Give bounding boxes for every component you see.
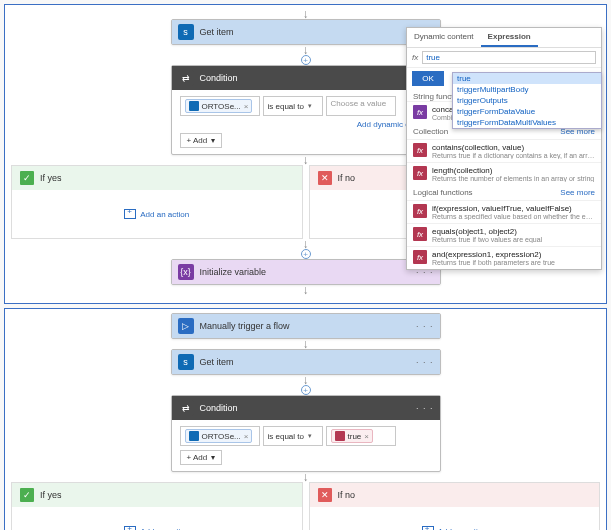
function-item[interactable]: fx and(expression1, expression2)Returns … xyxy=(407,246,601,269)
arrow-down-icon: ↓ xyxy=(303,339,309,349)
suggestion-item[interactable]: true xyxy=(453,73,601,84)
if-yes-branch: ✓ If yes Add an action xyxy=(11,482,303,530)
cross-icon: ✕ xyxy=(318,488,332,502)
card-title: Initialize variable xyxy=(200,267,410,277)
condition-left-operand[interactable]: ORTOSe...× xyxy=(180,96,260,116)
chevron-down-icon: ▾ xyxy=(211,453,215,462)
add-action-button[interactable]: Add an action xyxy=(422,526,487,530)
remove-pill-icon[interactable]: × xyxy=(244,432,249,441)
insert-step-button[interactable]: + xyxy=(301,249,311,259)
flow-editor-top: ↓ s Get item · · · ↓ + ⇄ Condition · · ·… xyxy=(4,4,607,304)
cross-icon: ✕ xyxy=(318,171,332,185)
insert-step-button[interactable]: + xyxy=(301,55,311,65)
get-item-card[interactable]: s Get item · · · xyxy=(171,19,441,45)
if-yes-header[interactable]: ✓ If yes xyxy=(12,166,302,190)
condition-icon: ⇄ xyxy=(178,70,194,86)
condition-left-operand[interactable]: ORTOSe...× xyxy=(180,426,260,446)
expression-popout: Dynamic content Expression fx true OK tr… xyxy=(406,27,602,270)
condition-branches: ✓ If yes Add an action ✕ If no Add an ac… xyxy=(5,482,606,530)
condition-icon: ⇄ xyxy=(178,400,194,416)
condition-value-input[interactable]: true× xyxy=(326,426,396,446)
add-action-icon xyxy=(422,526,434,530)
check-icon: ✓ xyxy=(20,171,34,185)
suggestion-item[interactable]: triggerOutputs xyxy=(453,95,601,106)
get-item-card[interactable]: s Get item · · · xyxy=(171,349,441,375)
sharepoint-pill-icon xyxy=(189,101,199,111)
if-yes-branch: ✓ If yes Add an action xyxy=(11,165,303,239)
card-title: Manually trigger a flow xyxy=(200,321,410,331)
chevron-down-icon: ▾ xyxy=(211,136,215,145)
arrow-down-icon: ↓ xyxy=(303,285,309,295)
add-action-button[interactable]: Add an action xyxy=(124,526,189,530)
variable-icon: {x} xyxy=(178,264,194,280)
chevron-down-icon: ▾ xyxy=(308,432,312,440)
fx-icon: fx xyxy=(413,166,427,180)
card-title: Condition xyxy=(200,403,410,413)
fx-label: fx xyxy=(412,53,418,62)
more-menu-icon[interactable]: · · · xyxy=(416,403,434,413)
add-action-button[interactable]: Add an action xyxy=(124,209,189,219)
arrow-down-icon: ↓ xyxy=(303,239,309,249)
see-more-link[interactable]: See more xyxy=(560,188,595,197)
suggestion-item[interactable]: triggerFormDataMultiValues xyxy=(453,117,601,128)
suggestion-item[interactable]: triggerMultipartBody xyxy=(453,84,601,95)
condition-operator-select[interactable]: is equal to▾ xyxy=(263,426,323,446)
arrow-down-icon: ↓ xyxy=(303,375,309,385)
fx-icon: fx xyxy=(413,227,427,241)
sharepoint-icon: s xyxy=(178,24,194,40)
card-title: Condition xyxy=(200,73,410,83)
more-menu-icon[interactable]: · · · xyxy=(416,321,434,331)
flow-trigger-icon: ▷ xyxy=(178,318,194,334)
add-row-button[interactable]: + Add▾ xyxy=(180,133,223,148)
sharepoint-icon: s xyxy=(178,354,194,370)
fx-icon: fx xyxy=(413,204,427,218)
autocomplete-list: true triggerMultipartBody triggerOutputs… xyxy=(452,72,602,129)
ok-button[interactable]: OK xyxy=(412,71,444,86)
function-item[interactable]: fx equals(object1, object2)Returns true … xyxy=(407,223,601,246)
if-no-branch: ✕ If no Add an action xyxy=(309,482,601,530)
function-item[interactable]: fx if(expression, valueIfTrue, valueIfFa… xyxy=(407,200,601,223)
manual-trigger-card[interactable]: ▷ Manually trigger a flow · · · xyxy=(171,313,441,339)
initialize-variable-card[interactable]: {x} Initialize variable · · · xyxy=(171,259,441,285)
more-menu-icon[interactable]: · · · xyxy=(416,357,434,367)
if-no-header[interactable]: ✕ If no xyxy=(310,483,600,507)
condition-card[interactable]: ⇄ Condition · · · ORTOSe...× is equal to… xyxy=(171,395,441,472)
condition-card[interactable]: ⇄ Condition · · · ORTOSe...× is equal to… xyxy=(171,65,441,155)
chevron-down-icon: ▾ xyxy=(308,102,312,110)
suggestion-item[interactable]: triggerFormDataValue xyxy=(453,106,601,117)
fx-icon: fx xyxy=(413,250,427,264)
function-item[interactable]: fx length(collection)Returns the number … xyxy=(407,162,601,185)
tab-expression[interactable]: Expression xyxy=(481,28,538,47)
card-title: Get item xyxy=(200,27,410,37)
condition-value-input[interactable]: Choose a value xyxy=(326,96,396,116)
arrow-down-icon: ↓ xyxy=(303,155,309,165)
check-icon: ✓ xyxy=(20,488,34,502)
expression-input[interactable]: true xyxy=(422,51,596,64)
tab-dynamic-content[interactable]: Dynamic content xyxy=(407,28,481,47)
add-dynamic-content-link[interactable]: Add dynamic content xyxy=(180,120,432,129)
arrow-down-icon: ↓ xyxy=(303,45,309,55)
add-action-icon xyxy=(124,526,136,530)
flow-editor-bottom: ▷ Manually trigger a flow · · · ↓ s Get … xyxy=(4,308,607,530)
function-item[interactable]: fx contains(collection, value)Returns tr… xyxy=(407,139,601,162)
remove-pill-icon[interactable]: × xyxy=(244,102,249,111)
arrow-down-icon: ↓ xyxy=(303,472,309,482)
add-action-icon xyxy=(124,209,136,219)
card-title: Get item xyxy=(200,357,410,367)
insert-step-button[interactable]: + xyxy=(301,385,311,395)
fx-icon: fx xyxy=(413,105,427,119)
fx-pill-icon xyxy=(335,431,345,441)
if-yes-header[interactable]: ✓ If yes xyxy=(12,483,302,507)
sharepoint-pill-icon xyxy=(189,431,199,441)
category-logical: Logical functions See more xyxy=(407,185,601,200)
add-row-button[interactable]: + Add▾ xyxy=(180,450,223,465)
fx-icon: fx xyxy=(413,143,427,157)
arrow-down-icon: ↓ xyxy=(303,9,309,19)
condition-operator-select[interactable]: is equal to▾ xyxy=(263,96,323,116)
remove-pill-icon[interactable]: × xyxy=(364,432,369,441)
